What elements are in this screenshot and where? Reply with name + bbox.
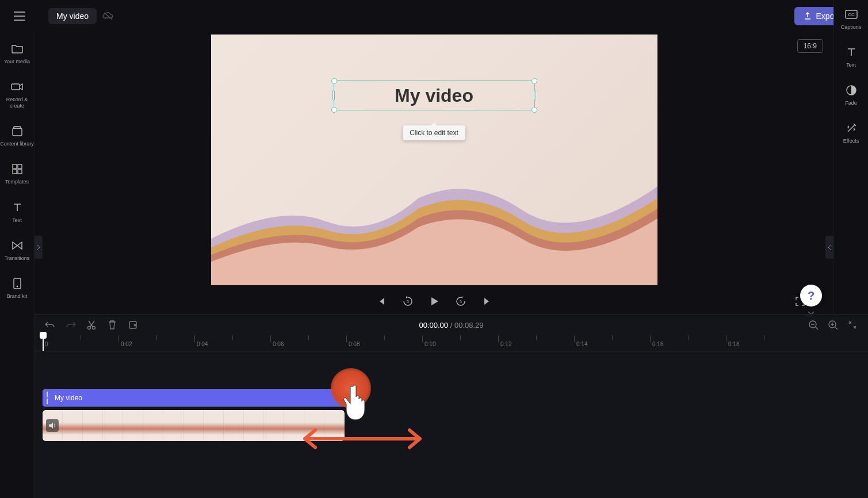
crop-button[interactable] <box>127 319 139 331</box>
effects-icon <box>844 121 859 136</box>
help-button[interactable]: ? <box>800 285 822 307</box>
playhead[interactable] <box>43 335 44 351</box>
edit-text-tooltip: Click to edit text <box>403 125 465 140</box>
resize-handle-tr[interactable] <box>531 78 537 84</box>
timeline-ruler[interactable]: 00:020:040:060:080:100:120:140:160:18 <box>35 335 868 351</box>
sidebar-record-create[interactable]: Record & create <box>0 77 34 111</box>
svg-point-9 <box>16 286 18 288</box>
sidebar-templates[interactable]: Templates <box>0 159 34 187</box>
svg-rect-4 <box>13 164 17 168</box>
split-button[interactable] <box>85 319 98 331</box>
mute-icon[interactable] <box>46 419 59 432</box>
delete-button[interactable] <box>106 319 118 331</box>
ruler-tick-label: 0:12 <box>500 341 511 347</box>
sidebar-transitions[interactable]: Transitions <box>0 236 34 263</box>
resize-handle-r[interactable] <box>534 90 536 101</box>
right-sidebar: CC Captions Text Fade Effects <box>833 0 868 314</box>
title-text-content: My video <box>395 85 473 106</box>
svg-rect-2 <box>13 128 22 136</box>
upload-icon <box>804 12 812 20</box>
zoom-in-button[interactable] <box>827 319 839 331</box>
brand-icon <box>10 276 25 291</box>
camera-icon <box>10 79 25 94</box>
video-preview[interactable]: My video Click to edit text <box>211 35 657 285</box>
clip-resize-handle-right[interactable] <box>347 391 351 405</box>
title-text-overlay[interactable]: My video <box>334 81 535 110</box>
svg-rect-6 <box>13 170 17 174</box>
ruler-tick-label: 0:04 <box>197 341 208 347</box>
text-clip[interactable]: My video <box>43 389 350 407</box>
svg-text:5: 5 <box>460 300 462 304</box>
rewind-5-button[interactable]: 5 <box>400 293 416 309</box>
rsidebar-fade[interactable]: Fade <box>834 81 868 108</box>
rsidebar-effects[interactable]: Effects <box>834 118 868 146</box>
ruler-tick-label: 0 <box>45 341 48 347</box>
hamburger-menu[interactable] <box>9 6 30 26</box>
timeline-tracks: My video <box>35 351 868 489</box>
left-sidebar: Your media Record & create Content libra… <box>0 32 35 498</box>
ruler-tick-label: 0:18 <box>728 341 739 347</box>
fade-icon <box>844 83 859 98</box>
resize-handle-bl[interactable] <box>331 107 337 113</box>
play-button[interactable] <box>426 293 442 309</box>
clip-grip-icon <box>47 392 51 404</box>
library-icon <box>10 124 25 139</box>
sidebar-your-media[interactable]: Your media <box>0 39 34 67</box>
undo-button[interactable] <box>44 319 56 331</box>
timeline-time-display: 00:00.00 / 00:08.29 <box>419 321 483 330</box>
captions-icon: CC <box>844 7 859 22</box>
text-icon <box>10 200 25 215</box>
svg-rect-1 <box>12 84 20 90</box>
ruler-tick-label: 0:14 <box>576 341 587 347</box>
video-clip[interactable] <box>43 410 345 441</box>
svg-rect-3 <box>14 127 21 128</box>
svg-rect-7 <box>18 170 22 174</box>
ruler-tick-label: 0:10 <box>425 341 435 347</box>
fit-timeline-button[interactable] <box>846 319 859 331</box>
svg-rect-5 <box>18 164 22 168</box>
project-title[interactable]: My video <box>48 8 97 24</box>
ruler-tick-label: 0:02 <box>121 341 132 347</box>
forward-5-button[interactable]: 5 <box>453 293 469 309</box>
timeline: 00:00.00 / 00:08.29 00:020:040:060:080:1… <box>35 314 868 498</box>
sidebar-brand-kit[interactable]: Brand kit <box>0 274 34 301</box>
aspect-ratio-badge[interactable]: 16:9 <box>797 39 823 53</box>
wave-graphic <box>211 135 657 285</box>
cloud-sync-off-icon[interactable] <box>102 12 114 21</box>
folder-icon <box>10 41 25 56</box>
text-clip-label: My video <box>55 394 82 402</box>
svg-text:CC: CC <box>848 12 855 17</box>
rsidebar-captions[interactable]: CC Captions <box>834 5 868 32</box>
transitions-icon <box>10 238 25 253</box>
ruler-tick-label: 0:06 <box>273 341 284 347</box>
zoom-out-button[interactable] <box>807 319 820 331</box>
skip-forward-button[interactable] <box>479 293 495 309</box>
ruler-tick-label: 0:16 <box>652 341 663 347</box>
resize-handle-br[interactable] <box>531 107 537 113</box>
resize-handle-l[interactable] <box>332 90 335 101</box>
rsidebar-text[interactable]: Text <box>834 43 868 70</box>
resize-handle-tl[interactable] <box>331 78 337 84</box>
redo-button[interactable] <box>64 319 77 331</box>
sidebar-text[interactable]: Text <box>0 198 34 225</box>
skip-back-button[interactable] <box>373 293 389 309</box>
svg-text:5: 5 <box>407 300 409 304</box>
text-icon <box>844 45 859 60</box>
svg-point-15 <box>88 327 91 330</box>
sidebar-content-library[interactable]: Content library <box>0 121 34 149</box>
svg-point-16 <box>93 327 95 330</box>
ruler-tick-label: 0:08 <box>349 341 360 347</box>
templates-icon <box>10 162 25 177</box>
